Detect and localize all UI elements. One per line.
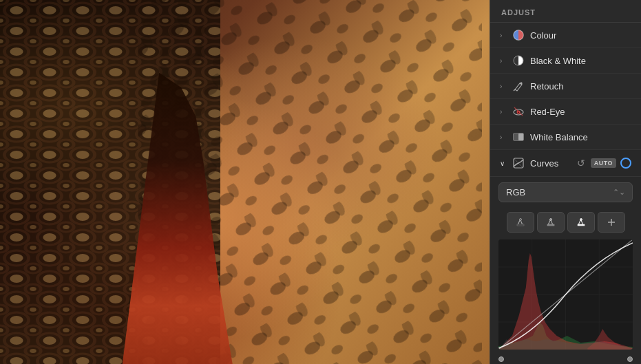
white-point-button[interactable] xyxy=(567,212,595,233)
svg-rect-30 xyxy=(517,224,524,226)
colour-icon xyxy=(512,29,525,41)
black-point-button[interactable] xyxy=(507,212,534,233)
photo-canvas xyxy=(0,0,490,364)
colour-label: Colour xyxy=(530,30,631,41)
red-eye-icon xyxy=(512,105,525,118)
sidebar-item-white-balance[interactable]: › White Balance xyxy=(490,125,641,150)
chevron-icon: › xyxy=(500,57,507,65)
chevron-icon: › xyxy=(500,83,507,90)
sidebar-item-colour[interactable]: › Colour xyxy=(490,23,641,48)
svg-rect-26 xyxy=(514,133,518,140)
curves-toggle-button[interactable] xyxy=(620,158,631,169)
add-point-button[interactable] xyxy=(598,212,625,233)
curves-auto-badge[interactable]: AUTO xyxy=(591,158,616,168)
curves-undo-button[interactable]: ↺ xyxy=(576,156,587,170)
histogram-svg xyxy=(498,239,633,350)
panel-title: ADJUST xyxy=(490,0,641,23)
red-eye-label: Red-Eye xyxy=(530,107,631,117)
curves-graph[interactable] xyxy=(498,239,633,350)
svg-line-20 xyxy=(514,89,515,91)
sidebar-item-black-white[interactable]: › Black & White xyxy=(490,48,641,74)
curves-icon xyxy=(512,157,525,169)
curves-label: Curves xyxy=(530,158,576,169)
svg-rect-34 xyxy=(578,224,585,226)
curves-chevron-icon: ∨ xyxy=(500,160,507,167)
white-balance-icon xyxy=(512,131,525,143)
curve-handle-right[interactable] xyxy=(627,356,633,362)
white-balance-label: White Balance xyxy=(530,132,631,142)
curve-handle-left[interactable] xyxy=(498,356,504,362)
svg-point-33 xyxy=(549,219,551,221)
svg-rect-32 xyxy=(547,224,554,226)
curves-header: ∨ Curves ↺ AUTO xyxy=(490,150,641,177)
svg-point-35 xyxy=(580,219,582,221)
dropdown-arrow-icon: ⌃⌄ xyxy=(613,188,625,197)
chevron-icon: › xyxy=(500,32,507,39)
black-white-icon xyxy=(512,54,525,67)
curve-handles xyxy=(490,355,641,364)
retouch-icon xyxy=(512,80,525,92)
svg-point-31 xyxy=(519,219,521,221)
mid-point-button[interactable] xyxy=(537,212,565,233)
black-white-label: Black & White xyxy=(530,56,631,66)
chevron-icon: › xyxy=(500,108,507,116)
eyedropper-toolbar xyxy=(490,208,641,237)
curves-controls: ↺ AUTO xyxy=(576,156,631,170)
retouch-label: Retouch xyxy=(530,81,631,92)
chevron-icon: › xyxy=(500,133,507,141)
sidebar-item-red-eye[interactable]: › Red-Eye xyxy=(490,99,641,125)
sidebar-item-retouch[interactable]: › Retouch xyxy=(490,74,641,99)
channel-label: RGB xyxy=(506,187,525,197)
adjust-list: › Colour › Black & White xyxy=(490,23,641,364)
curves-section: ∨ Curves ↺ AUTO RGB ⌃⌄ xyxy=(490,150,641,364)
adjust-panel: ADJUST › Colour › xyxy=(490,0,641,364)
svg-rect-27 xyxy=(518,133,523,140)
channel-dropdown[interactable]: RGB ⌃⌄ xyxy=(498,182,633,202)
